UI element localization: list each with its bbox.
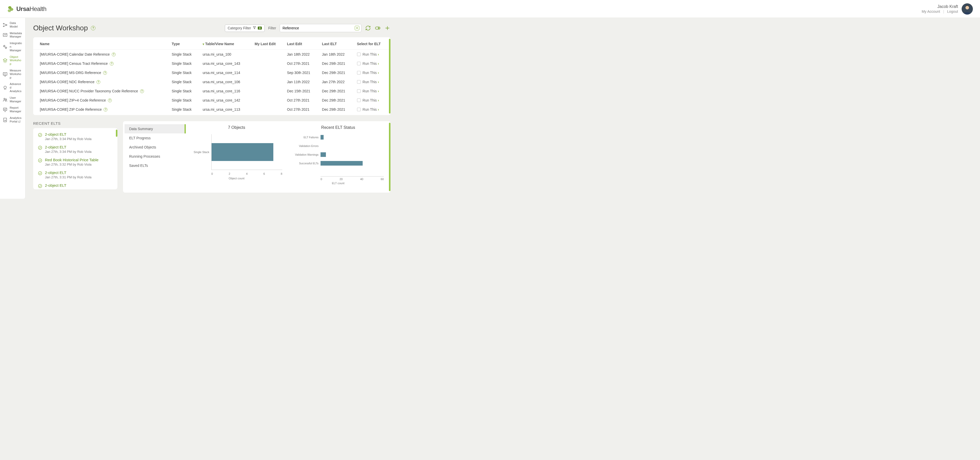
- select-checkbox[interactable]: [357, 108, 361, 111]
- objects-chart-bar: [212, 143, 273, 161]
- chevron-right-icon: ›: [378, 108, 379, 111]
- svg-rect-11: [3, 73, 7, 75]
- svg-point-9: [3, 45, 5, 47]
- recent-elt-item[interactable]: 2-object ELTJan 27th, 3:34 PM by Rob Vio…: [33, 143, 118, 155]
- summary-tabs: Data SummaryELT ProgressArchived Objects…: [124, 123, 186, 191]
- summary-tab[interactable]: Saved ELTs: [124, 161, 186, 170]
- svg-point-18: [378, 27, 380, 29]
- summary-tab[interactable]: Data Summary: [124, 124, 186, 133]
- sort-desc-icon: ▾: [203, 42, 204, 46]
- brand-logo[interactable]: UrsaHealth: [7, 5, 46, 13]
- check-circle-icon: [38, 158, 42, 163]
- select-checkbox[interactable]: [357, 62, 361, 65]
- help-icon[interactable]: ?: [91, 26, 95, 30]
- run-this-link[interactable]: Run This ›: [363, 52, 379, 56]
- table-row[interactable]: [MI/URSA-CORE] ZIP+4 Code Reference ? Si…: [33, 96, 390, 105]
- filter-label: Filter: [268, 26, 276, 30]
- filter-input[interactable]: [280, 24, 361, 32]
- select-checkbox[interactable]: [357, 80, 361, 84]
- recent-elts-title: RECENT ELTS: [33, 121, 118, 125]
- sidebar-item-advanced-analytics[interactable]: Advanced Analytics: [0, 81, 25, 94]
- col-last-edit[interactable]: Last Edit: [284, 38, 319, 50]
- select-checkbox[interactable]: [357, 52, 361, 56]
- objects-chart-y-label: Single Stack: [191, 151, 211, 154]
- recent-elt-item[interactable]: 2-object ELTJan 27th, 3:31 PM by Rob Vio…: [33, 168, 118, 181]
- select-checkbox[interactable]: [357, 71, 361, 75]
- help-icon[interactable]: ?: [112, 52, 116, 56]
- run-this-link[interactable]: Run This ›: [363, 108, 379, 111]
- help-icon[interactable]: ?: [108, 98, 112, 102]
- svg-point-6: [3, 26, 4, 27]
- run-this-link[interactable]: Run This ›: [363, 89, 379, 93]
- recent-elt-item[interactable]: Red Book Historical Price TableJan 27th,…: [33, 155, 118, 168]
- check-circle-icon: [38, 171, 42, 176]
- col-type[interactable]: Type: [169, 38, 200, 50]
- filter-count-badge: 3: [258, 27, 262, 30]
- avatar[interactable]: [962, 3, 973, 14]
- col-name[interactable]: Name: [33, 38, 169, 50]
- table-row[interactable]: [MI/URSA-CORE] ZIP Code Reference ? Sing…: [33, 105, 390, 114]
- sidebar-item-measure-workshop[interactable]: Measure Workshop: [0, 67, 25, 81]
- col-my-last-edit[interactable]: My Last Edit: [251, 38, 284, 50]
- sidebar-item-analytics-portal[interactable]: Analytics Portal: [0, 115, 25, 125]
- summary-tab[interactable]: Archived Objects: [124, 143, 186, 152]
- toggle-button[interactable]: [375, 25, 381, 31]
- sidebar-item-metadata-manager[interactable]: Metadata Manager: [0, 30, 25, 40]
- table-row[interactable]: [MI/URSA-CORE] Census Tract Reference ? …: [33, 59, 390, 68]
- run-this-link[interactable]: Run This ›: [363, 71, 379, 75]
- elt-status-chart: Recent ELT Status ELT FailuresValidation…: [287, 123, 389, 191]
- run-this-link[interactable]: Run This ›: [363, 80, 379, 84]
- brain-icon: [3, 85, 8, 90]
- main-content: Object Workshop ? Category Filter 3 Filt…: [25, 18, 398, 199]
- recent-elt-item[interactable]: 2-object ELT: [33, 181, 118, 189]
- sidebar-item-report-manager[interactable]: Report Manager: [0, 105, 25, 115]
- elt-status-chart-title: Recent ELT Status: [293, 125, 384, 130]
- elt-chart-xlabel: ELT count: [293, 182, 384, 185]
- objects-chart-title: 7 Objects: [191, 125, 282, 130]
- select-checkbox[interactable]: [357, 98, 361, 102]
- help-icon[interactable]: ?: [110, 62, 114, 65]
- chevron-right-icon: ›: [378, 98, 379, 102]
- brand-text: UrsaHealth: [16, 5, 46, 13]
- chart-line-icon: [3, 32, 8, 38]
- help-icon[interactable]: ?: [97, 80, 100, 84]
- col-table-view[interactable]: ▾Table/View Name: [200, 38, 251, 50]
- summary-tab[interactable]: ELT Progress: [124, 133, 186, 143]
- run-this-link[interactable]: Run This ›: [363, 98, 379, 102]
- category-filter-button[interactable]: Category Filter 3: [225, 24, 265, 32]
- chevron-right-icon: ›: [378, 62, 379, 65]
- help-icon[interactable]: ?: [103, 71, 107, 75]
- col-last-elt[interactable]: Last ELT: [319, 38, 354, 50]
- refresh-button[interactable]: [365, 25, 371, 31]
- header-controls: Category Filter 3 Filter ✕: [225, 24, 390, 32]
- sidebar-item-integration-manager[interactable]: Integration Manager: [0, 40, 25, 54]
- funnel-icon: [253, 26, 256, 30]
- select-checkbox[interactable]: [357, 89, 361, 93]
- add-button[interactable]: [384, 25, 390, 31]
- svg-point-21: [38, 159, 42, 162]
- chevron-right-icon: ›: [378, 80, 379, 84]
- table-row[interactable]: [MI/URSA-CORE] Calendar Date Reference ?…: [33, 50, 390, 59]
- table-row[interactable]: [MI/URSA-CORE] NUCC Provider Taxonomy Co…: [33, 87, 390, 96]
- summary-tab[interactable]: Running Processes: [124, 152, 186, 161]
- help-icon[interactable]: ?: [103, 108, 107, 111]
- recent-elt-item[interactable]: 2-object ELTJan 27th, 3:34 PM by Rob Vio…: [33, 130, 118, 143]
- logout-link[interactable]: Logout: [947, 10, 958, 14]
- col-select-elt[interactable]: Select for ELT: [354, 38, 390, 50]
- sidebar-item-user-manager[interactable]: User Manager: [0, 95, 25, 105]
- table-row[interactable]: [MI/URSA-CORE] MS-DRG Reference ? Single…: [33, 68, 390, 77]
- elt-bar: [321, 161, 363, 166]
- presentation-icon: [3, 107, 8, 112]
- svg-point-10: [5, 47, 6, 49]
- objects-chart-xlabel: Object count: [191, 177, 282, 180]
- sidebar-item-object-workshop[interactable]: Object Workshop: [0, 54, 25, 67]
- help-icon[interactable]: ?: [140, 89, 144, 93]
- logo-icon: [7, 5, 14, 13]
- layers-icon: [3, 58, 8, 63]
- table-row[interactable]: [MI/URSA-CORE] NDC Reference ? Single St…: [33, 77, 390, 87]
- sidebar-item-data-model[interactable]: Data Model: [0, 20, 25, 30]
- elt-bar: [321, 135, 324, 140]
- my-account-link[interactable]: My Account: [921, 10, 940, 14]
- clear-input-icon[interactable]: ✕: [355, 26, 360, 30]
- run-this-link[interactable]: Run This ›: [363, 62, 379, 65]
